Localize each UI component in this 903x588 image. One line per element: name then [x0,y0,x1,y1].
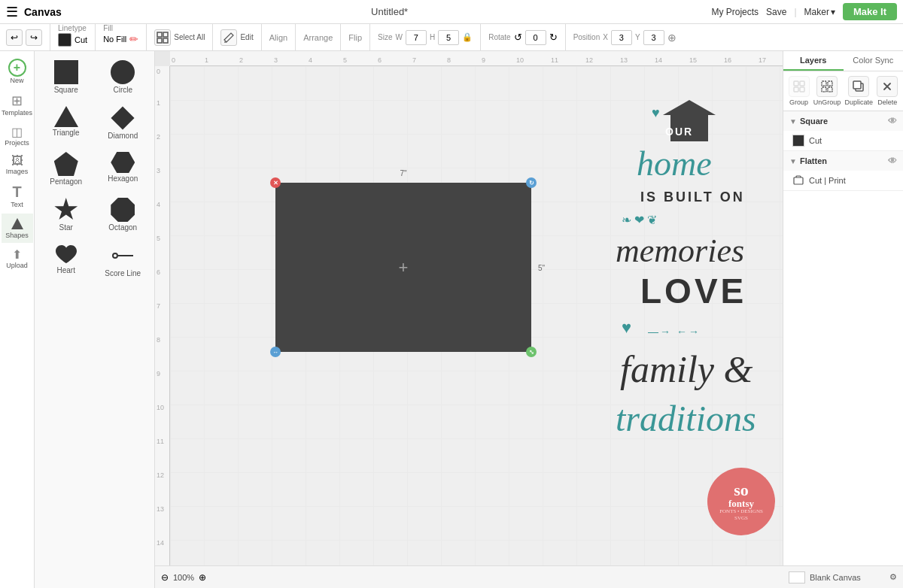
rotate-ccw-icon[interactable]: ↺ [514,32,522,43]
rotate-label: Rotate [488,33,510,41]
shape-diamond[interactable]: Diamond [98,103,149,143]
svg-marker-8 [663,100,716,115]
svg-rect-20 [800,81,804,86]
maker-button[interactable]: Maker ▾ [804,7,835,17]
my-projects-button[interactable]: My Projects [711,7,759,17]
sidebar-label-images: Images [6,168,29,176]
ruler-left: 0 1 2 3 4 5 6 7 8 9 10 11 12 13 14 15 [155,66,170,565]
handle-bottom-right[interactable]: ⤡ [526,347,537,357]
ruler-top: 0 1 2 3 4 5 6 7 8 9 10 11 12 13 14 15 16… [170,51,783,66]
shape-square[interactable]: Square [41,57,92,97]
rotate-cw-icon[interactable]: ↻ [549,32,558,43]
layer-section-flatten-header[interactable]: ▼ Flatten 👁 [783,151,903,171]
tab-layers[interactable]: Layers [783,51,844,71]
group-icon [789,76,810,97]
svg-rect-1 [163,32,168,37]
canvas-settings-icon[interactable]: ⚙ [889,572,897,582]
shape-heart[interactable]: Heart [41,241,92,280]
linetype-label: Linetype [58,24,87,32]
layer-item-cut-label: Cut [809,136,894,145]
edit-button[interactable] [220,29,237,46]
app-name: Canvas [24,6,62,18]
svg-text:❧ ❤ ❦: ❧ ❤ ❦ [622,214,657,226]
width-size-label: 7" [400,169,406,177]
ungroup-button[interactable]: UnGroup [813,76,841,106]
handle-bottom-left[interactable]: ↔ [270,347,281,357]
section-flatten-collapse-icon: ▼ [789,157,797,165]
duplicate-icon [848,76,869,97]
sidebar-item-new[interactable]: + New [2,56,33,88]
delete-icon [877,76,898,97]
x-input[interactable] [611,30,632,45]
maker-arrow-icon: ▾ [831,7,835,17]
right-panel: Layers Color Sync Group UnGroup [783,51,903,588]
delete-button[interactable]: Delete [877,76,898,106]
handle-top-right[interactable]: ↻ [526,177,537,188]
sidebar-item-upload[interactable]: ⬆ Upload [2,244,33,273]
section-square-eye-icon[interactable]: 👁 [888,116,897,126]
select-all-button[interactable] [154,29,171,46]
section-flatten-eye-icon[interactable]: 👁 [888,156,897,166]
svg-text:traditions: traditions [616,399,756,438]
save-button[interactable]: Save [766,7,786,17]
flip-button[interactable]: Flip [348,33,362,42]
linetype-value[interactable]: Cut [74,35,87,44]
handle-top-left[interactable]: ✕ [270,177,281,188]
shape-octagon[interactable]: Octagon [98,195,149,235]
duplicate-button[interactable]: Duplicate [845,76,874,106]
svg-rect-2 [157,38,162,43]
shape-circle[interactable]: Circle [98,57,149,97]
sidebar-item-images[interactable]: 🖼 Images [2,151,33,179]
design-artwork[interactable]: ♥ OUR home IS BUILT ON ❧ ❤ ❦ memories [599,96,765,467]
fill-label: Fill [103,24,113,32]
shape-score-line[interactable]: Score Line [98,241,149,280]
sidebar-item-shapes[interactable]: Shapes [2,214,33,243]
arrange-button[interactable]: Arrange [303,33,333,42]
svg-rect-23 [822,81,826,86]
make-it-button[interactable]: Make It [843,3,897,20]
svg-text:family &: family & [620,348,752,390]
shape-triangle[interactable]: Triangle [41,103,92,143]
duplicate-label: Duplicate [845,99,874,106]
lock-icon[interactable]: 🔒 [462,32,473,42]
select-all-label: Select All [174,33,205,41]
svg-text:memories: memories [616,232,744,269]
sidebar-item-text[interactable]: T Text [2,180,33,212]
shape-hexagon[interactable]: Hexagon [98,149,149,189]
hamburger-icon[interactable]: ☰ [6,4,18,20]
height-input[interactable] [438,30,459,45]
shape-pentagon[interactable]: Pentagon [41,149,92,189]
canvas-label: Blank Canvas ⚙ [783,565,903,588]
layer-section-square-header[interactable]: ▼ Square 👁 [783,111,903,131]
group-button[interactable]: Group [789,76,810,106]
canvas-workspace[interactable]: 7" 5" + ✕ ↻ ↔ ⤡ [170,66,783,565]
align-button[interactable]: Align [269,33,287,42]
svg-rect-21 [794,87,798,92]
undo-button[interactable]: ↩ [6,29,23,46]
sidebar-item-projects[interactable]: ◫ Projects [2,122,33,150]
position-more-icon[interactable]: ⊕ [667,32,676,44]
tab-color-sync[interactable]: Color Sync [844,51,904,71]
layer-flatten-icon [792,174,804,186]
width-input[interactable] [406,30,427,45]
toolbar: ↩ ↪ Linetype Cut Fill No Fill ✏ Select A… [0,24,903,51]
divider: | [794,7,796,17]
layer-item-flatten-cut-print[interactable]: Cut | Print [783,171,903,190]
canvas-color-swatch[interactable] [789,571,805,583]
fill-color-icon[interactable]: ✏ [129,33,138,45]
zoom-in-button[interactable]: ⊕ [199,572,206,583]
zoom-out-button[interactable]: ⊖ [161,572,169,583]
sidebar-item-templates[interactable]: ⊞ Templates [2,89,33,120]
layer-item-square-cut[interactable]: Cut [783,131,903,150]
svg-text:♥: ♥ [622,318,631,337]
linetype-swatch [58,33,71,47]
rotate-input[interactable] [525,30,546,45]
svg-rect-3 [163,38,168,43]
zoom-level: 100% [173,573,194,582]
shape-star[interactable]: Star [41,195,92,235]
svg-rect-29 [794,177,803,184]
svg-marker-5 [11,218,23,229]
y-input[interactable] [643,30,664,45]
selected-shape[interactable]: 7" 5" + ✕ ↻ ↔ ⤡ [275,183,531,352]
redo-button[interactable]: ↪ [26,29,42,46]
